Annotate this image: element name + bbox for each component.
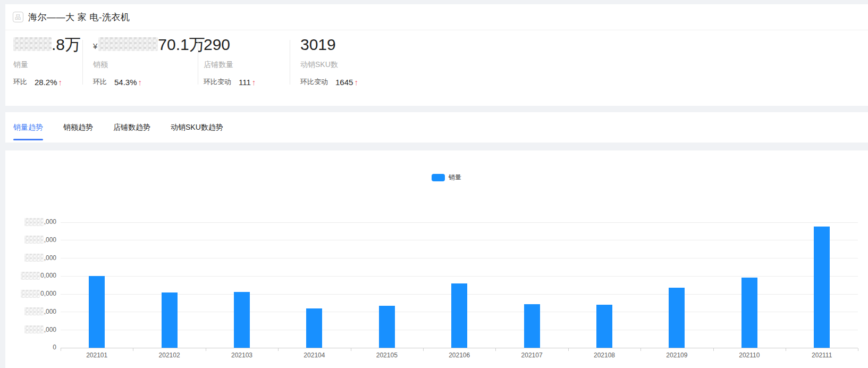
chart-card: 销量 ,000,000,0000,0000,000,000,0000202101… (5, 150, 868, 368)
tab-active-sku-trend[interactable]: 动销SKU数趋势 (171, 112, 223, 143)
delta-label: 环比 (13, 77, 27, 87)
legend-swatch (432, 174, 445, 181)
bar-202105[interactable] (379, 306, 395, 348)
legend-label: 销量 (449, 173, 461, 182)
bar-202107[interactable] (524, 304, 540, 348)
x-axis-tick (858, 348, 858, 351)
x-axis-label: 202101 (73, 352, 121, 359)
tab-sales-volume-trend[interactable]: 销量趋势 (13, 112, 43, 143)
tab-shop-count-trend[interactable]: 店铺数趋势 (113, 112, 150, 143)
delta-value: 1645 (335, 78, 353, 87)
y-axis-tick-label: 0,000 (5, 290, 56, 298)
redaction-mosaic (13, 37, 52, 51)
chart-legend[interactable]: 销量 (432, 173, 461, 182)
x-axis-label: 202102 (146, 352, 193, 359)
up-arrow-icon: ↑ (58, 78, 63, 87)
bar-202108[interactable] (596, 305, 612, 348)
delta-value: 54.3% (114, 78, 137, 87)
bar-202103[interactable] (234, 292, 250, 348)
stat-delta: 环比变动 1645 ↑ (300, 77, 358, 87)
stat-value: 290 (204, 36, 230, 54)
dashboard-page: 品 海尔——大 家 电-洗衣机 .8万 销量 环比 28.2% ↑ ¥70.1万 (0, 0, 868, 368)
redaction-mosaic (24, 236, 44, 244)
tab-sales-amount-trend[interactable]: 销额趋势 (63, 112, 93, 143)
x-axis-label: 202109 (653, 352, 701, 359)
up-arrow-icon: ↑ (252, 78, 256, 87)
up-arrow-icon: ↑ (138, 78, 142, 87)
x-axis-label: 202111 (798, 352, 846, 359)
bar-202102[interactable] (162, 292, 178, 348)
stat-value: .8万 (13, 36, 81, 54)
x-axis-label: 202106 (435, 352, 483, 359)
redaction-mosaic (21, 272, 40, 280)
trend-tabs-card: 销量趋势 销额趋势 店铺数趋势 动销SKU数趋势 (5, 112, 868, 143)
redaction-mosaic (21, 290, 40, 298)
product-category-icon: 品 (13, 12, 23, 22)
x-axis-tick (423, 348, 424, 351)
x-axis-tick (713, 348, 714, 351)
bar-202111[interactable] (814, 227, 830, 348)
delta-label: 环比变动 (300, 77, 328, 87)
x-axis-tick (278, 348, 279, 351)
stat-label: 店铺数量 (204, 60, 233, 70)
redaction-mosaic (24, 307, 44, 315)
stat-delta: 环比变动 111 ↑ (204, 77, 256, 87)
y-axis-tick-label: ,000 (5, 236, 56, 244)
stat-value-visible: 3019 (300, 36, 336, 54)
x-axis-tick (568, 348, 569, 351)
redaction-mosaic (24, 254, 44, 262)
stat-value-visible: .8万 (52, 36, 81, 54)
currency-symbol: ¥ (93, 39, 97, 54)
bar-202110[interactable] (741, 278, 757, 348)
stat-divider (82, 40, 83, 85)
stat-divider (198, 40, 198, 85)
x-axis-label: 202107 (508, 352, 556, 359)
stat-label: 销量 (13, 60, 28, 70)
up-arrow-icon: ↑ (354, 78, 358, 87)
x-axis-label: 202105 (363, 352, 411, 359)
x-axis-tick (495, 348, 496, 351)
stat-value: ¥70.1万 (93, 36, 205, 54)
y-gridline (61, 240, 858, 240)
y-axis-tick-label: ,000 (5, 254, 56, 262)
bar-202106[interactable] (451, 283, 467, 348)
x-axis-tick (206, 348, 206, 351)
bar-202109[interactable] (669, 288, 685, 348)
stat-label: 销额 (93, 60, 108, 70)
y-gridline (61, 222, 858, 223)
x-axis-tick (641, 348, 641, 351)
y-gridline (61, 258, 858, 258)
stat-value-visible: 290 (204, 36, 230, 54)
summary-card: 品 海尔——大 家 电-洗衣机 .8万 销量 环比 28.2% ↑ ¥70.1万 (5, 4, 868, 106)
x-axis-tick (786, 348, 786, 351)
page-header: 品 海尔——大 家 电-洗衣机 (5, 4, 868, 30)
stat-divider (290, 40, 290, 85)
y-axis-tick-label: 0 (5, 344, 56, 351)
y-axis-tick-label: ,000 (5, 307, 56, 315)
page-title: 海尔——大 家 电-洗衣机 (28, 11, 130, 23)
bar-202101[interactable] (89, 276, 105, 348)
delta-label: 环比 (93, 77, 107, 87)
x-axis-tick (133, 348, 133, 351)
x-axis-label: 202104 (290, 352, 338, 359)
redaction-mosaic (98, 37, 158, 51)
stat-delta: 环比 54.3% ↑ (93, 77, 142, 87)
redaction-mosaic (24, 325, 44, 333)
x-axis-label: 202108 (580, 352, 628, 359)
stats-row: .8万 销量 环比 28.2% ↑ ¥70.1万 销额 环比 54.3% ↑ (5, 30, 868, 105)
x-axis-tick (351, 348, 351, 351)
y-axis-tick-label: ,000 (5, 218, 56, 226)
y-axis-tick-label: ,000 (5, 325, 56, 333)
x-axis-label: 202110 (726, 352, 773, 359)
x-axis-line (61, 348, 858, 348)
delta-value: 111 (239, 78, 251, 87)
y-gridline (61, 276, 858, 277)
y-axis-tick-label: 0,000 (5, 272, 56, 280)
trend-tabs: 销量趋势 销额趋势 店铺数趋势 动销SKU数趋势 (5, 112, 868, 143)
stat-value: 3019 (300, 36, 336, 54)
x-axis-tick (61, 348, 61, 351)
delta-value: 28.2% (35, 78, 57, 87)
stat-delta: 环比 28.2% ↑ (13, 77, 62, 87)
bar-202104[interactable] (306, 308, 322, 348)
x-axis-label: 202103 (218, 352, 266, 359)
